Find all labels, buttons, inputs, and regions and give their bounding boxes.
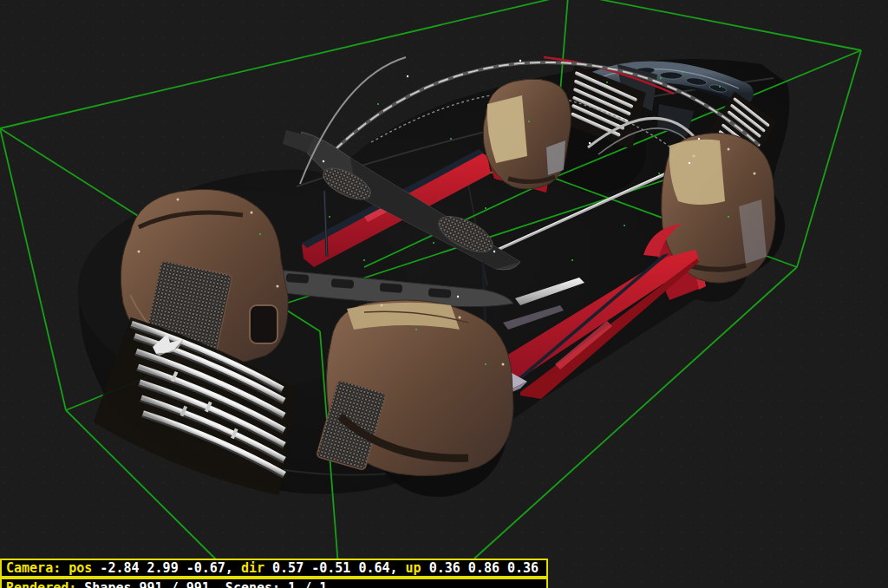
rendered-value: Shapes 991 / 991, Scenes: 1 / 1: [76, 580, 327, 588]
rear-left-wheel-arch-liner: [483, 79, 571, 189]
dir-label: dir: [241, 560, 264, 576]
rear-left-arch-tan-panel: [487, 95, 527, 163]
up-label: up: [406, 560, 421, 576]
dir-value: 0.57 -0.51 0.64,: [264, 560, 406, 576]
camera-status-box: Camera: pos -2.84 2.99 -0.67, dir 0.57 -…: [0, 559, 548, 578]
camera-label: Camera:: [6, 560, 61, 576]
front-right-wheel-arch-liner: [317, 300, 513, 476]
pos-label: pos: [69, 560, 92, 576]
viewer-window: Camera: pos -2.84 2.99 -0.67, dir 0.57 -…: [0, 0, 888, 588]
up-value: 0.36 0.86 0.36: [421, 560, 539, 576]
3d-viewport[interactable]: [0, 0, 888, 588]
rear-right-arch-tan-panel: [669, 140, 725, 205]
rendered-label: Rendered:: [6, 580, 76, 588]
rendered-status-box: Rendered: Shapes 991 / 991, Scenes: 1 / …: [0, 578, 548, 588]
pos-value: -2.84 2.99 -0.67,: [92, 560, 241, 576]
front-left-arch-hole: [250, 305, 278, 343]
